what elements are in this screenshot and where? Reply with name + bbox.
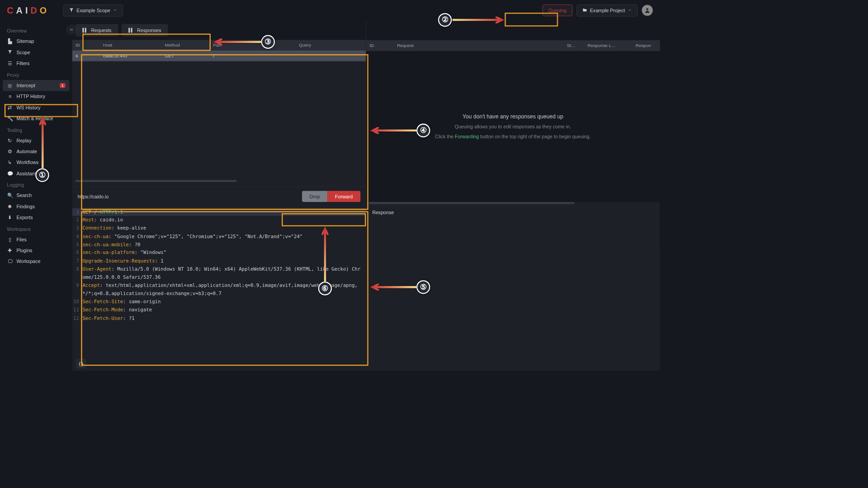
code-line[interactable]: 11Sec-Fetch-Mode: navigate: [72, 306, 366, 314]
sitemap-icon: ▙: [7, 38, 13, 44]
section-testing: Testing: [3, 124, 69, 135]
line-number: 7: [72, 257, 83, 265]
sidebar-item-match-replace[interactable]: 🔧Match & Replace: [3, 113, 69, 124]
plugin-icon: ✚: [7, 248, 13, 253]
sidebar-item-http-history[interactable]: ≡HTTP History: [3, 91, 69, 102]
arrow-5: [370, 284, 417, 291]
col-request[interactable]: Request: [394, 40, 564, 51]
detail-bar: https://caido.io Drop Forward: [72, 186, 366, 206]
line-number: 8: [72, 265, 83, 282]
wrench-icon: 🔧: [7, 116, 13, 121]
requests-table: ID Host Method Path Query 6 caido.io:443…: [72, 40, 366, 186]
logo-a: A: [16, 5, 25, 15]
gear-icon: ⚙: [7, 149, 13, 154]
col-host[interactable]: Host: [99, 40, 161, 51]
folder-icon: [582, 7, 587, 13]
col-id[interactable]: ID: [366, 40, 394, 51]
queuing-button[interactable]: Queuing: [542, 5, 572, 16]
col-status[interactable]: St…: [563, 40, 584, 51]
table-row[interactable]: 6 caido.io:443 GET /: [72, 51, 366, 61]
cell-id: 6: [72, 51, 100, 61]
sidebar-item-sitemap[interactable]: ▙Sitemap: [3, 36, 69, 47]
line-content: Sec-Fetch-Mode: navigate: [82, 306, 366, 314]
sidebar-item-workflows[interactable]: ↳Workflows: [3, 157, 69, 168]
sidebar-item-replay[interactable]: ↻Replay: [3, 135, 69, 146]
cell-host: caido.io:443: [99, 51, 161, 61]
format-json-button[interactable]: {}: [76, 359, 86, 368]
code-footer: {}: [72, 357, 366, 371]
flow-icon: ↳: [7, 160, 13, 165]
annotation-marker-3: ③: [261, 35, 275, 49]
sidebar-item-workspace[interactable]: 🖵Workspace: [3, 256, 69, 267]
section-proxy: Proxy: [3, 69, 69, 80]
line-number: 4: [72, 232, 83, 240]
swap-icon: ⇄: [7, 105, 13, 110]
cell-query: [296, 51, 366, 61]
forward-button[interactable]: Forward: [327, 191, 360, 202]
search-icon: 🔍: [7, 192, 13, 198]
code-line[interactable]: 10Sec-Fetch-Site: same-origin: [72, 298, 366, 306]
annotation-marker-5: ⑤: [416, 280, 430, 294]
section-workspace: Workspace: [3, 223, 69, 234]
col-method[interactable]: Method: [161, 40, 209, 51]
sidebar-item-filters[interactable]: ☰Filters: [3, 58, 69, 69]
logo-i: I: [25, 5, 31, 15]
sidebar-item-files[interactable]: ▯Files: [3, 234, 69, 245]
logo-c: C: [7, 5, 16, 15]
annotation-marker-2: ②: [438, 13, 452, 27]
svg-point-0: [646, 8, 649, 10]
sidebar-item-exports[interactable]: ⬇Exports: [3, 212, 69, 223]
queuing-label: Queuing: [548, 8, 566, 13]
response-label: Response: [366, 205, 660, 220]
col-response-length[interactable]: Response L…: [584, 40, 632, 51]
arrow-3: [214, 38, 262, 46]
intercept-badge: 1: [60, 83, 65, 88]
tab-responses[interactable]: Responses: [122, 24, 168, 36]
line-number: 10: [72, 298, 83, 306]
code-line[interactable]: 2Host: caido.io: [72, 216, 366, 224]
file-icon: ▯: [7, 237, 13, 242]
sidebar-item-findings[interactable]: ✺Findings: [3, 201, 69, 212]
refresh-icon: ↻: [7, 138, 13, 143]
project-selector[interactable]: Example Project: [576, 5, 637, 17]
right-pane: ID Request St… Response L… Respon You do…: [366, 21, 660, 371]
sidebar-item-plugins[interactable]: ✚Plugins: [3, 245, 69, 256]
pause-icon: [82, 28, 86, 33]
main: Requests Responses ID Host Method Path Q…: [72, 21, 660, 371]
sidebar-item-search[interactable]: 🔍Search: [3, 190, 69, 201]
project-label: Example Project: [590, 8, 625, 13]
sidebar-item-intercept[interactable]: ◎ Intercept 1: [3, 80, 69, 91]
code-line[interactable]: 12Sec-Fetch-User: ?1: [72, 314, 366, 322]
line-content: Sec-Fetch-Site: same-origin: [82, 298, 366, 306]
scope-selector[interactable]: Example Scope: [63, 5, 123, 17]
collapse-sidebar-button[interactable]: [66, 25, 76, 34]
arrow-1: [39, 117, 46, 169]
sidebar-item-automate[interactable]: ⚙Automate: [3, 146, 69, 157]
sidebar: Overview ▙Sitemap Scope ☰Filters Proxy ◎…: [0, 21, 72, 371]
logo-d: D: [30, 5, 39, 15]
sidebar-item-scope[interactable]: Scope: [3, 47, 69, 58]
bug-icon: ✺: [7, 204, 13, 209]
col-query[interactable]: Query: [296, 40, 366, 51]
arrow-2: [453, 16, 504, 24]
empty-hint: Click the Forwarding button on the top r…: [435, 133, 590, 139]
sidebar-item-ws-history[interactable]: ⇄WS History: [3, 102, 69, 113]
drop-button[interactable]: Drop: [302, 191, 328, 202]
request-url: https://caido.io: [78, 193, 302, 199]
code-line[interactable]: 1GET / HTTP/1.1: [72, 208, 366, 216]
line-number: 2: [72, 216, 83, 224]
tab-requests[interactable]: Requests: [75, 24, 118, 36]
user-avatar[interactable]: [642, 5, 653, 16]
scrollbar-horizontal[interactable]: [72, 180, 366, 183]
annotation-marker-1: ①: [35, 168, 49, 182]
line-number: 6: [72, 249, 83, 257]
col-response[interactable]: Respon: [632, 40, 660, 51]
line-number: 5: [72, 241, 83, 249]
col-id[interactable]: ID: [72, 40, 100, 51]
line-content: Host: caido.io: [82, 216, 366, 224]
table-header: ID Request St… Response L… Respon: [366, 40, 660, 51]
section-logging: Logging: [3, 179, 69, 190]
chevron-down-icon: [113, 8, 117, 13]
empty-title: You don't have any responses queued up: [462, 113, 563, 120]
line-number: 1: [72, 208, 83, 216]
